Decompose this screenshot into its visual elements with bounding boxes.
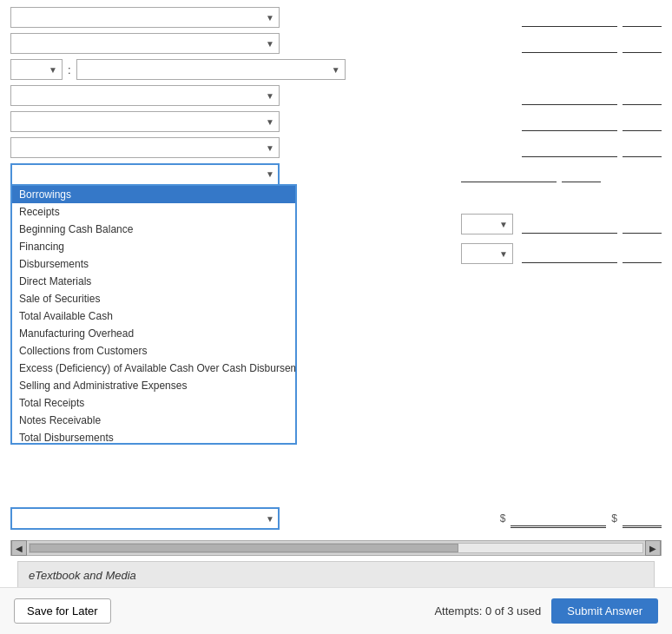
select-1[interactable] (10, 7, 280, 28)
content-area: ▼ ▼ (0, 0, 672, 600)
select-wrapper-3a: ▼ (10, 59, 63, 80)
input-2b[interactable] (623, 34, 662, 53)
input-6a[interactable] (522, 138, 617, 157)
select-4[interactable] (10, 85, 280, 106)
select-5[interactable] (10, 111, 280, 132)
select-wrapper-4: ▼ (10, 85, 280, 106)
select-side-b[interactable] (461, 243, 513, 264)
open-select[interactable] (10, 163, 280, 184)
right-inputs-5 (522, 112, 662, 131)
dropdown-right-row1 (461, 163, 662, 182)
dropdown-input-r3b[interactable] (623, 244, 662, 263)
dropdown-item-direct-materials[interactable]: Direct Materials (12, 273, 295, 290)
form-row-1: ▼ (10, 7, 662, 28)
select-3a[interactable] (10, 59, 63, 80)
dropdown-right-row3: ▼ (461, 243, 662, 264)
dropdown-input-r1a[interactable] (461, 163, 557, 182)
select-3b[interactable] (76, 59, 346, 80)
dropdown-input-r1b[interactable] (562, 163, 601, 182)
input-5a[interactable] (522, 112, 617, 131)
horizontal-scrollbar[interactable]: ◀ ▶ (10, 540, 662, 556)
dropdown-item-notes-receivable[interactable]: Notes Receivable (12, 412, 295, 429)
dropdown-item-excess[interactable]: Excess (Deficiency) of Available Cash Ov… (12, 360, 295, 377)
main-container: ▼ ▼ (0, 0, 672, 634)
dropdown-item-total-disbursements[interactable]: Total Disbursements (12, 429, 295, 445)
input-6b[interactable] (623, 138, 662, 157)
right-inputs-4 (522, 86, 662, 105)
etextbook-bar: eTextbook and Media (17, 561, 655, 590)
form-row-2: ▼ (10, 33, 662, 54)
right-inputs-6 (522, 138, 662, 157)
dropdown-item-selling-admin[interactable]: Selling and Administrative Expenses (12, 377, 295, 394)
dropdown-item-receipts[interactable]: Receipts (12, 203, 295, 221)
input-1a[interactable] (522, 8, 617, 27)
submit-answer-button[interactable]: Submit Answer (551, 598, 658, 624)
select-wrapper-side-a: ▼ (461, 214, 513, 234)
dropdown-right-inputs: ▼ ▼ (461, 163, 662, 264)
dropdown-item-sale-securities[interactable]: Sale of Securities (12, 290, 295, 307)
dollar-sign-1: $ (500, 512, 506, 525)
select-wrapper-2: ▼ (10, 33, 280, 54)
select-6[interactable] (10, 137, 280, 158)
open-select-container: ▼ Borrowings Receipts Beginning Cash Bal… (10, 163, 280, 184)
right-inputs-1 (522, 8, 662, 27)
select-wrapper-5: ▼ (10, 111, 280, 132)
bottom-right-inputs: $ $ (500, 509, 662, 528)
select-2[interactable] (10, 33, 280, 54)
dropdown-list: Borrowings Receipts Beginning Cash Balan… (10, 184, 297, 445)
dropdown-item-total-receipts[interactable]: Total Receipts (12, 394, 295, 412)
select-wrapper-6: ▼ (10, 137, 280, 158)
dropdown-item-beginning-cash[interactable]: Beginning Cash Balance (12, 221, 295, 238)
select-bottom[interactable] (10, 507, 280, 530)
footer-right: Attempts: 0 of 3 used Submit Answer (434, 598, 658, 624)
select-wrapper-bottom: ▼ (10, 507, 280, 530)
bottom-input-b[interactable] (623, 509, 662, 528)
etextbook-label: eTextbook and Media (29, 569, 136, 582)
dropdown-item-total-available[interactable]: Total Available Cash (12, 307, 295, 325)
save-for-later-button[interactable]: Save for Later (14, 598, 111, 624)
dropdown-open-row: ▼ Borrowings Receipts Beginning Cash Bal… (10, 163, 662, 264)
bottom-input-a[interactable] (511, 509, 606, 528)
footer: Save for Later Attempts: 0 of 3 used Sub… (0, 587, 672, 634)
scrollbar-left-button[interactable]: ◀ (11, 540, 27, 556)
form-row-5: ▼ (10, 111, 662, 132)
scrollbar-right-button[interactable]: ▶ (645, 540, 661, 556)
select-wrapper-3b: ▼ (76, 59, 346, 80)
input-2a[interactable] (522, 34, 617, 53)
dropdown-right-row2: ▼ (461, 214, 662, 234)
dropdown-item-disbursements[interactable]: Disbursements (12, 255, 295, 273)
select-side-a[interactable] (461, 214, 513, 234)
dollar-sign-2: $ (611, 512, 617, 525)
attempts-text: Attempts: 0 of 3 used (434, 604, 541, 617)
input-4a[interactable] (522, 86, 617, 105)
right-inputs-2 (522, 34, 662, 53)
select-wrapper-1: ▼ (10, 7, 280, 28)
scrollbar-thumb (30, 544, 458, 552)
dropdown-item-collections[interactable]: Collections from Customers (12, 342, 295, 360)
dropdown-input-r2b[interactable] (623, 215, 662, 234)
form-row-4: ▼ (10, 85, 662, 106)
input-4b[interactable] (623, 86, 662, 105)
form-row-3: ▼ : ▼ (10, 59, 662, 80)
form-row-6: ▼ (10, 137, 662, 158)
dropdown-item-manufacturing[interactable]: Manufacturing Overhead (12, 325, 295, 342)
bottom-select-row: ▼ $ $ (10, 507, 662, 530)
dropdown-input-r2a[interactable] (522, 215, 617, 234)
dropdown-item-financing[interactable]: Financing (12, 238, 295, 255)
dropdown-input-r3a[interactable] (522, 244, 617, 263)
scrollbar-track[interactable] (29, 543, 643, 553)
dropdown-item-borrowings[interactable]: Borrowings (12, 186, 295, 203)
input-1b[interactable] (623, 8, 662, 27)
select-wrapper-side-b: ▼ (461, 243, 513, 264)
input-5b[interactable] (623, 112, 662, 131)
colon-separator: : (68, 63, 71, 76)
